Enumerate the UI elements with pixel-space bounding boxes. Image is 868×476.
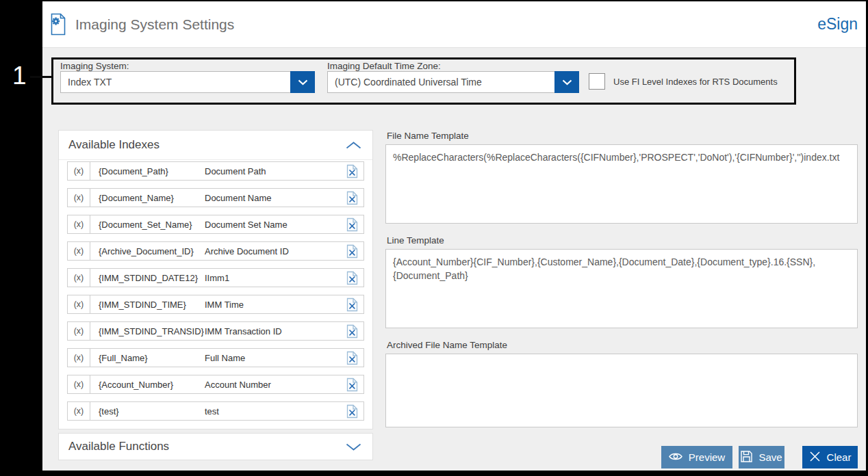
index-row-name: Document Name xyxy=(205,193,340,203)
preview-button[interactable]: Preview xyxy=(661,446,732,468)
index-row[interactable]: (x) {test} test xyxy=(67,401,364,421)
index-row[interactable]: (x) {Full_Name} Full Name xyxy=(67,348,364,367)
imaging-system-label: Imaging System: xyxy=(60,61,129,71)
index-row-prefix: (x) xyxy=(68,215,90,233)
clear-button-label: Clear xyxy=(827,451,852,463)
index-row-token: {Account_Number} xyxy=(90,380,205,390)
index-row-prefix: (x) xyxy=(68,402,90,420)
index-row-name: test xyxy=(205,406,340,416)
floppy-icon xyxy=(741,451,752,464)
time-zone-dropdown[interactable]: (UTC) Coordinated Universal Time xyxy=(327,71,579,93)
index-row[interactable]: (x) {IMM_STDIND_TIME} IMM Time xyxy=(67,295,364,314)
index-row-token: {Document_Name} xyxy=(90,193,205,203)
insert-index-icon[interactable] xyxy=(340,217,363,232)
archived-file-name-template-label: Archived File Name Template xyxy=(387,340,507,350)
file-name-template-input[interactable]: %ReplaceCharacters(%ReplaceCharacters({C… xyxy=(385,144,858,224)
insert-index-icon[interactable] xyxy=(340,378,363,392)
chevron-down-icon[interactable] xyxy=(346,443,372,451)
index-row-prefix: (x) xyxy=(68,269,90,287)
fi-level-indexes-checkbox[interactable] xyxy=(589,73,605,90)
save-button-label: Save xyxy=(758,451,782,463)
save-button[interactable]: Save xyxy=(739,446,784,468)
available-indexes-header[interactable]: Available Indexes xyxy=(59,131,372,160)
index-row-name: IMM Time xyxy=(205,300,340,310)
index-row-token: {test} xyxy=(90,406,205,416)
preview-button-label: Preview xyxy=(689,451,725,463)
clear-button[interactable]: Clear xyxy=(802,446,858,468)
available-functions-header[interactable]: Available Functions xyxy=(59,434,372,460)
index-row-prefix: (x) xyxy=(68,349,90,367)
insert-index-icon[interactable] xyxy=(340,191,363,205)
index-row-token: {Document_Set_Name} xyxy=(90,220,205,230)
annotation-number: 1 xyxy=(12,62,27,90)
index-row-name: Account Number xyxy=(205,380,340,390)
imaging-settings-window: Imaging System Settings eSign Imaging Sy… xyxy=(42,1,866,471)
index-row-prefix: (x) xyxy=(68,375,90,393)
gear-document-icon xyxy=(49,13,67,38)
available-functions-panel: Available Functions xyxy=(58,433,373,460)
eye-icon xyxy=(669,451,682,463)
settings-callout-box: Imaging System: Index TXT Imaging Defaul… xyxy=(51,57,796,105)
insert-index-icon[interactable] xyxy=(340,404,363,419)
annotation-connector-line xyxy=(30,76,53,78)
chevron-up-icon[interactable] xyxy=(346,142,372,149)
index-row[interactable]: (x) {Document_Name} Document Name xyxy=(67,188,364,207)
index-row-name: Document Set Name xyxy=(205,220,340,230)
imaging-system-dropdown[interactable]: Index TXT xyxy=(60,71,315,93)
index-row-name: IMM Transaction ID xyxy=(205,326,340,336)
index-row-name: Archive Document ID xyxy=(205,246,340,256)
window-header: Imaging System Settings eSign xyxy=(42,1,866,48)
index-row-prefix: (x) xyxy=(68,189,90,207)
x-icon xyxy=(809,451,821,464)
index-row-token: {Document_Path} xyxy=(90,166,205,176)
index-row-token: {IMM_STDIND_TIME} xyxy=(90,300,205,310)
index-row[interactable]: (x) {Archive_Document_ID} Archive Docume… xyxy=(67,241,364,261)
insert-index-icon[interactable] xyxy=(340,298,363,312)
index-row-prefix: (x) xyxy=(68,295,90,313)
insert-index-icon[interactable] xyxy=(340,324,363,339)
chevron-down-icon[interactable] xyxy=(554,71,579,93)
index-row-prefix: (x) xyxy=(68,162,90,180)
time-zone-value: (UTC) Coordinated Universal Time xyxy=(328,72,555,92)
archived-file-name-template-input[interactable] xyxy=(385,354,858,427)
insert-index-icon[interactable] xyxy=(340,244,363,259)
index-row-token: {Archive_Document_ID} xyxy=(90,246,205,256)
index-row-token: {IMM_STDIND_DATE12} xyxy=(90,273,205,283)
screenshot-root: 1 Imaging System Settings xyxy=(0,0,868,476)
index-row[interactable]: (x) {Document_Path} Document Path xyxy=(67,161,364,181)
available-indexes-panel: Available Indexes (x) {Document_Path} Do… xyxy=(58,130,373,429)
chevron-down-icon[interactable] xyxy=(290,71,315,93)
index-row-name: Document Path xyxy=(205,166,340,176)
insert-index-icon[interactable] xyxy=(340,271,363,285)
index-row-name: IImm1 xyxy=(205,273,340,283)
insert-index-icon[interactable] xyxy=(340,164,363,178)
index-rows-list: (x) {Document_Path} Document Path (x) {D… xyxy=(59,160,372,421)
index-row[interactable]: (x) {IMM_STDIND_TRANSID} IMM Transaction… xyxy=(67,321,364,341)
available-functions-title: Available Functions xyxy=(59,440,346,453)
index-row[interactable]: (x) {Document_Set_Name} Document Set Nam… xyxy=(67,215,364,234)
brand-logo: eSign xyxy=(817,15,858,34)
index-row-token: {IMM_STDIND_TRANSID} xyxy=(90,326,205,336)
page-title: Imaging System Settings xyxy=(75,16,234,33)
file-name-template-label: File Name Template xyxy=(387,131,469,141)
index-row[interactable]: (x) {Account_Number} Account Number xyxy=(67,375,364,394)
fi-level-indexes-label: Use FI Level Indexes for RTS Documents xyxy=(613,77,778,87)
index-row-token: {Full_Name} xyxy=(90,353,205,363)
time-zone-label: Imaging Default Time Zone: xyxy=(327,61,441,71)
index-row[interactable]: (x) {IMM_STDIND_DATE12} IImm1 xyxy=(67,268,364,287)
imaging-system-value: Index TXT xyxy=(61,72,291,92)
line-template-label: Line Template xyxy=(387,235,444,246)
index-row-prefix: (x) xyxy=(68,242,90,260)
line-template-input[interactable]: {Account_Number}{CIF_Number},{Customer_N… xyxy=(385,249,858,328)
index-row-name: Full Name xyxy=(205,353,340,363)
index-row-prefix: (x) xyxy=(68,322,90,340)
available-indexes-title: Available Indexes xyxy=(59,138,346,152)
insert-index-icon[interactable] xyxy=(340,351,363,365)
